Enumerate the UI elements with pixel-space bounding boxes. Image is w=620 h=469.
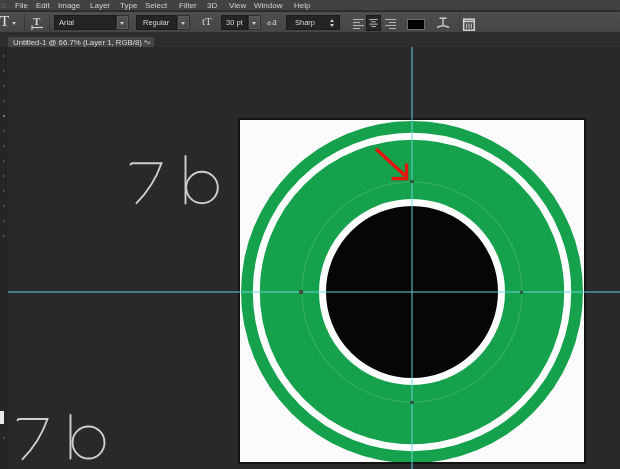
svg-text:T: T (33, 15, 41, 27)
